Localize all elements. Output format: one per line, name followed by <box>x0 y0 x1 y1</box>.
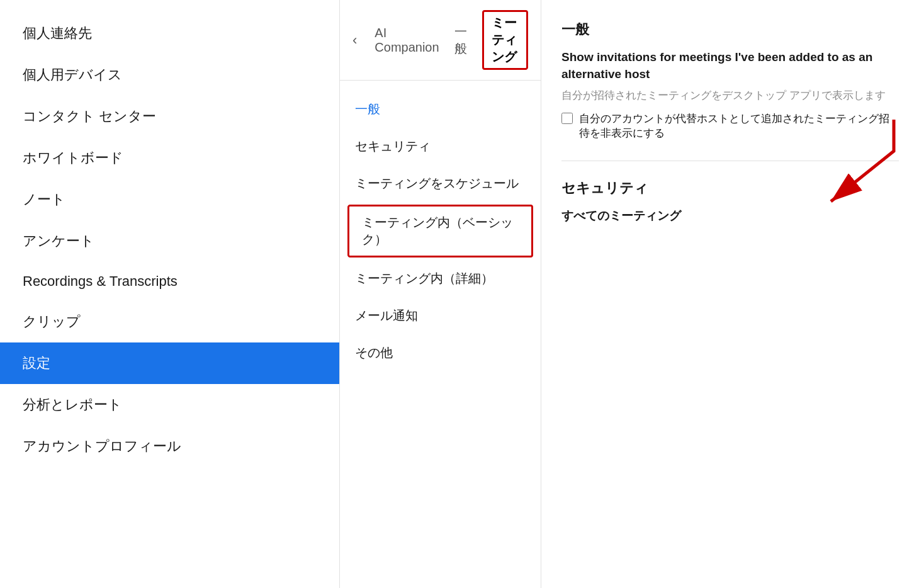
sidebar-item-personal-contacts[interactable]: 個人連絡先 <box>0 13 339 54</box>
nav-menu: 一般 セキュリティ ミーティングをスケジュール ミーティング内（ベーシック） ミ… <box>340 81 541 382</box>
tab-ai-companion[interactable]: AI Companion <box>375 23 439 57</box>
show-invitations-title: Show invitations for meetings I've been … <box>561 49 899 82</box>
hide-invitation-checkbox-row: 自分のアカウントが代替ホストとして追加されたミーティング招待を非表示にする <box>561 111 899 140</box>
security-section-title: セキュリティ <box>561 179 899 198</box>
sidebar-item-recordings[interactable]: Recordings & Transcripts <box>0 262 339 301</box>
menu-item-general[interactable]: 一般 <box>340 91 541 128</box>
sidebar-item-notes[interactable]: ノート <box>0 179 339 220</box>
back-button[interactable]: ‹ <box>352 32 357 48</box>
general-section-title: 一般 <box>561 20 899 39</box>
top-tabs-bar: ‹ AI Companion 一般 ミーティング <box>340 0 541 81</box>
tab-meeting[interactable]: ミーティング <box>482 10 528 70</box>
hide-invitation-label: 自分のアカウントが代替ホストとして追加されたミーティング招待を非表示にする <box>579 111 899 140</box>
menu-item-email-notification[interactable]: メール通知 <box>340 297 541 334</box>
sidebar-item-account-profile[interactable]: アカウントプロフィール <box>0 426 339 467</box>
sidebar-item-survey[interactable]: アンケート <box>0 220 339 262</box>
show-invitations-desc: 自分が招待されたミーティングをデスクトップ アプリで表示します <box>561 88 899 104</box>
sidebar-item-analytics[interactable]: 分析とレポート <box>0 384 339 426</box>
all-meetings-block: すべてのミーティング <box>561 208 899 225</box>
all-meetings-label: すべてのミーティング <box>561 208 899 225</box>
sidebar-item-personal-devices[interactable]: 個人用デバイス <box>0 54 339 96</box>
tab-general[interactable]: 一般 <box>454 21 467 60</box>
divider-1 <box>561 161 899 161</box>
main-content: 一般 Show invitations for meetings I've be… <box>541 0 919 588</box>
menu-item-security[interactable]: セキュリティ <box>340 128 541 165</box>
sidebar-item-settings[interactable]: 設定 <box>0 342 339 384</box>
sidebar-item-contact-center[interactable]: コンタクト センター <box>0 96 339 137</box>
menu-item-other[interactable]: その他 <box>340 334 541 371</box>
middle-nav: ‹ AI Companion 一般 ミーティング 一般 セキュリティ ミーティン… <box>340 0 541 588</box>
menu-item-schedule-meeting[interactable]: ミーティングをスケジュール <box>340 165 541 202</box>
sidebar-item-whiteboard[interactable]: ホワイトボード <box>0 137 339 179</box>
show-invitations-block: Show invitations for meetings I've been … <box>561 49 899 140</box>
sidebar-item-clips[interactable]: クリップ <box>0 301 339 342</box>
hide-invitation-checkbox[interactable] <box>561 113 573 124</box>
menu-item-in-meeting-advanced[interactable]: ミーティング内（詳細） <box>340 260 541 297</box>
sidebar: 個人連絡先 個人用デバイス コンタクト センター ホワイトボード ノート アンケ… <box>0 0 340 588</box>
menu-item-in-meeting-basic[interactable]: ミーティング内（ベーシック） <box>347 205 533 257</box>
